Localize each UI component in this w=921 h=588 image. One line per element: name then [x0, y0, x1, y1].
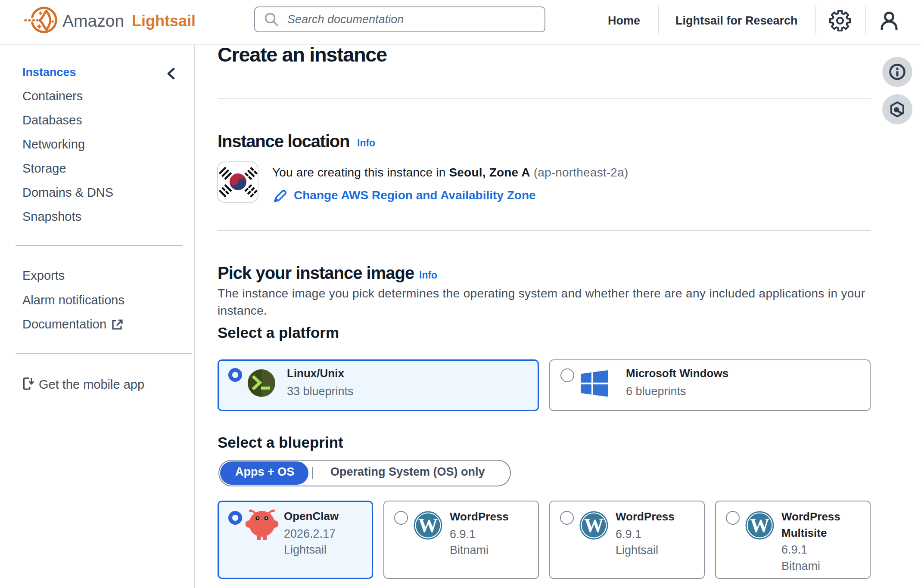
svg-text:W: W: [584, 514, 604, 536]
svg-text:W: W: [750, 514, 770, 536]
svg-text:W: W: [418, 514, 438, 536]
